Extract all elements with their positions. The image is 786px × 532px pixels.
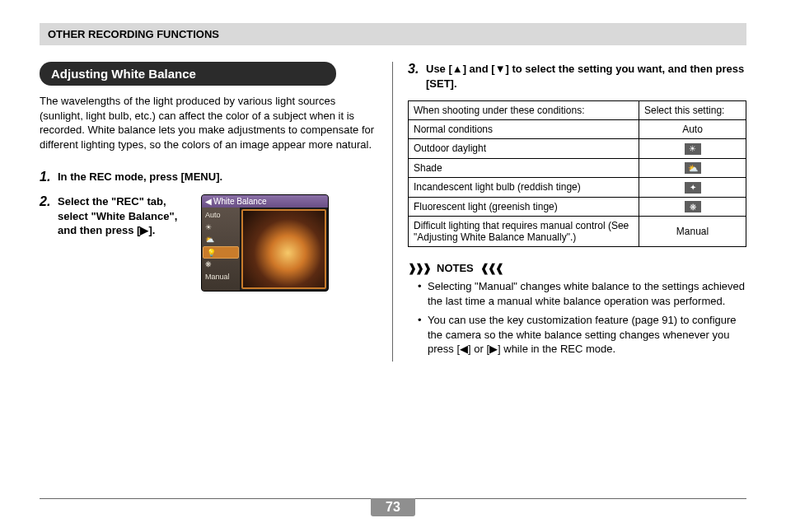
back-arrow-icon: ◀ [205,197,212,206]
setting-cell: ⛅ [639,158,746,178]
lcd-item-auto: Auto [202,209,240,222]
table-header-row: When shooting under these conditions: Se… [409,101,746,120]
step-1: 1. In the REC mode, press [MENU]. [40,170,377,184]
table-row: Fluorescent light (greenish tinge) ❋ [409,197,746,217]
setting-cell-manual: Manual [639,217,746,247]
step-3-text: Use [▲] and [▼] to select the setting yo… [426,62,746,91]
notes-list: Selecting "Manual" changes white balance… [408,279,746,357]
step-2: 2. Select the "REC" tab, select "White B… [40,194,377,292]
step-1-number: 1. [40,170,58,184]
incandescent-icon: ✦ [685,182,701,194]
setting-cell-auto: Auto [639,120,746,139]
notes-label: NOTES [437,262,474,274]
page-number-badge: 73 [371,498,415,516]
daylight-icon: ☀ [685,143,701,155]
shade-icon: ⛅ [685,162,701,174]
lcd-item-manual: Manual [202,271,240,283]
lcd-title: ◀ White Balance [202,195,328,208]
table-head-setting: Select this setting: [639,101,746,120]
cond-cell: Difficult lighting that requires manual … [409,217,639,247]
step-3: 3. Use [▲] and [▼] to select the setting… [408,62,746,91]
cond-cell: Shade [409,158,639,178]
cond-cell: Outdoor daylight [409,139,639,159]
setting-cell: ☀ [639,139,746,159]
note-item: You can use the key customization featur… [418,313,746,357]
intro-paragraph: The wavelengths of the light produced by… [40,94,377,152]
notes-heading: ❱❱❱ NOTES ❰❰❰ [408,262,746,274]
cond-cell: Normal conditions [409,120,639,139]
lcd-title-text: White Balance [213,197,266,206]
lcd-sample-photo [241,209,326,289]
table-row: Incandescent light bulb (reddish tinge) … [409,178,746,198]
page-section-header: OTHER RECORDING FUNCTIONS [40,23,746,45]
step-2-text: Select the "REC" tab, select "White Bala… [58,194,189,292]
table-row: Normal conditions Auto [409,120,746,139]
setting-cell: ✦ [639,178,746,198]
white-balance-table: When shooting under these conditions: Se… [408,100,746,247]
setting-cell: ❋ [639,197,746,217]
table-row: Outdoor daylight ☀ [409,139,746,159]
lcd-item-shade-icon: ⛅ [202,234,240,246]
step-1-text: In the REC mode, press [MENU]. [58,170,377,184]
lcd-item-fluorescent-icon: ❋ [202,259,240,271]
notes-decor-left-icon: ❱❱❱ [408,262,430,274]
section-title-pill: Adjusting White Balance [40,62,336,86]
table-row: Shade ⛅ [409,158,746,178]
notes-decor-right-icon: ❰❰❰ [480,262,503,274]
right-column: 3. Use [▲] and [▼] to select the setting… [408,62,746,362]
fluorescent-icon: ❋ [685,201,701,212]
content-columns: Adjusting White Balance The wavelengths … [40,62,746,362]
cond-cell: Fluorescent light (greenish tinge) [409,197,639,217]
cond-cell: Incandescent light bulb (reddish tinge) [409,178,639,198]
step-3-number: 3. [408,62,426,91]
table-head-conditions: When shooting under these conditions: [409,101,639,120]
note-item: Selecting "Manual" changes white balance… [418,279,746,308]
lcd-option-list: Auto ☀ ⛅ 💡 ❋ Manual [202,208,240,291]
left-column: Adjusting White Balance The wavelengths … [40,62,377,362]
page-footer: 73 [40,498,746,517]
lcd-item-daylight-icon: ☀ [202,222,240,234]
step-2-number: 2. [40,194,58,292]
camera-lcd-preview: ◀ White Balance Auto ☀ ⛅ 💡 ❋ Manual [201,194,329,292]
table-row: Difficult lighting that requires manual … [409,217,746,247]
column-divider [392,62,393,362]
lcd-item-incandescent-icon: 💡 [203,246,239,259]
